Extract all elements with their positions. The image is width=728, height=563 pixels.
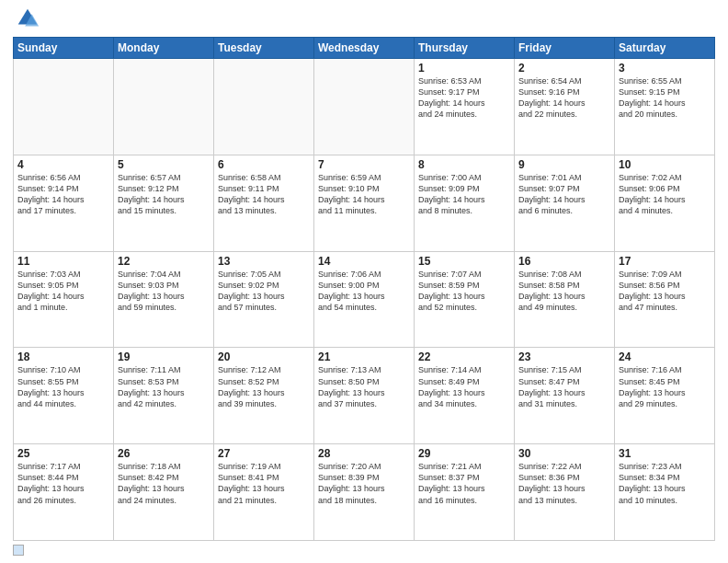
day-info: Sunrise: 7:21 AM Sunset: 8:37 PM Dayligh… <box>418 461 510 506</box>
day-info: Sunrise: 7:22 AM Sunset: 8:36 PM Dayligh… <box>518 461 610 506</box>
day-number: 3 <box>619 62 711 75</box>
day-number: 30 <box>518 447 610 460</box>
day-info: Sunrise: 7:00 AM Sunset: 9:09 PM Dayligh… <box>418 172 510 217</box>
day-number: 20 <box>218 350 310 363</box>
day-info: Sunrise: 6:56 AM Sunset: 9:14 PM Dayligh… <box>17 172 109 217</box>
day-number: 13 <box>218 255 310 268</box>
day-info: Sunrise: 6:59 AM Sunset: 9:10 PM Dayligh… <box>318 172 410 217</box>
header-row: SundayMondayTuesdayWednesdayThursdayFrid… <box>14 38 715 59</box>
day-info: Sunrise: 7:09 AM Sunset: 8:56 PM Dayligh… <box>619 269 711 314</box>
calendar-cell: 15Sunrise: 7:07 AM Sunset: 8:59 PM Dayli… <box>415 251 515 348</box>
day-info: Sunrise: 7:06 AM Sunset: 9:00 PM Dayligh… <box>318 269 410 314</box>
day-info: Sunrise: 7:23 AM Sunset: 8:34 PM Dayligh… <box>619 461 711 506</box>
day-number: 19 <box>118 350 210 363</box>
day-info: Sunrise: 7:18 AM Sunset: 8:42 PM Dayligh… <box>118 461 210 506</box>
day-info: Sunrise: 7:10 AM Sunset: 8:55 PM Dayligh… <box>17 364 109 409</box>
day-info: Sunrise: 6:57 AM Sunset: 9:12 PM Dayligh… <box>118 172 210 217</box>
day-info: Sunrise: 7:12 AM Sunset: 8:52 PM Dayligh… <box>218 364 310 409</box>
calendar-week-2: 4Sunrise: 6:56 AM Sunset: 9:14 PM Daylig… <box>14 155 715 251</box>
day-number: 7 <box>318 158 410 171</box>
day-header-saturday: Saturday <box>615 38 715 59</box>
calendar-cell: 20Sunrise: 7:12 AM Sunset: 8:52 PM Dayli… <box>214 348 314 444</box>
day-number: 24 <box>619 350 711 363</box>
day-number: 17 <box>619 255 711 268</box>
calendar-cell: 2Sunrise: 6:54 AM Sunset: 9:16 PM Daylig… <box>515 59 615 155</box>
day-number: 25 <box>17 447 109 460</box>
calendar-cell: 10Sunrise: 7:02 AM Sunset: 9:06 PM Dayli… <box>615 155 715 251</box>
calendar-cell: 13Sunrise: 7:05 AM Sunset: 9:02 PM Dayli… <box>214 251 314 348</box>
calendar-cell: 5Sunrise: 6:57 AM Sunset: 9:12 PM Daylig… <box>114 155 214 251</box>
day-number: 21 <box>318 350 410 363</box>
calendar-cell: 24Sunrise: 7:16 AM Sunset: 8:45 PM Dayli… <box>615 348 715 444</box>
calendar-cell: 31Sunrise: 7:23 AM Sunset: 8:34 PM Dayli… <box>615 444 715 541</box>
calendar-cell: 16Sunrise: 7:08 AM Sunset: 8:58 PM Dayli… <box>515 251 615 348</box>
day-number: 10 <box>619 158 711 171</box>
day-number: 29 <box>418 447 510 460</box>
day-info: Sunrise: 7:07 AM Sunset: 8:59 PM Dayligh… <box>418 269 510 314</box>
logo <box>13 9 40 31</box>
calendar-cell: 21Sunrise: 7:13 AM Sunset: 8:50 PM Dayli… <box>314 348 415 444</box>
day-number: 18 <box>17 350 109 363</box>
calendar-table: SundayMondayTuesdayWednesdayThursdayFrid… <box>13 37 715 541</box>
day-header-wednesday: Wednesday <box>314 38 415 59</box>
calendar-cell: 4Sunrise: 6:56 AM Sunset: 9:14 PM Daylig… <box>14 155 114 251</box>
header <box>13 9 715 31</box>
day-info: Sunrise: 6:54 AM Sunset: 9:16 PM Dayligh… <box>518 75 610 121</box>
day-info: Sunrise: 7:19 AM Sunset: 8:41 PM Dayligh… <box>218 461 310 506</box>
day-info: Sunrise: 7:20 AM Sunset: 8:39 PM Dayligh… <box>318 461 410 506</box>
calendar-cell: 26Sunrise: 7:18 AM Sunset: 8:42 PM Dayli… <box>114 444 214 541</box>
day-info: Sunrise: 7:03 AM Sunset: 9:05 PM Dayligh… <box>17 269 109 314</box>
calendar-cell: 27Sunrise: 7:19 AM Sunset: 8:41 PM Dayli… <box>214 444 314 541</box>
calendar-cell: 30Sunrise: 7:22 AM Sunset: 8:36 PM Dayli… <box>515 444 615 541</box>
calendar-cell <box>114 59 214 155</box>
day-number: 16 <box>518 255 610 268</box>
day-number: 1 <box>418 62 510 75</box>
day-number: 4 <box>17 158 109 171</box>
day-number: 22 <box>418 350 510 363</box>
calendar-week-1: 1Sunrise: 6:53 AM Sunset: 9:17 PM Daylig… <box>14 59 715 155</box>
calendar-cell: 22Sunrise: 7:14 AM Sunset: 8:49 PM Dayli… <box>415 348 515 444</box>
day-number: 9 <box>518 158 610 171</box>
day-number: 14 <box>318 255 410 268</box>
day-number: 11 <box>17 255 109 268</box>
day-info: Sunrise: 6:53 AM Sunset: 9:17 PM Dayligh… <box>418 75 510 121</box>
calendar-cell: 17Sunrise: 7:09 AM Sunset: 8:56 PM Dayli… <box>615 251 715 348</box>
day-info: Sunrise: 7:05 AM Sunset: 9:02 PM Dayligh… <box>218 269 310 314</box>
day-header-friday: Friday <box>515 38 615 59</box>
day-info: Sunrise: 7:08 AM Sunset: 8:58 PM Dayligh… <box>518 269 610 314</box>
calendar-cell: 3Sunrise: 6:55 AM Sunset: 9:15 PM Daylig… <box>615 59 715 155</box>
day-number: 8 <box>418 158 510 171</box>
day-header-tuesday: Tuesday <box>214 38 314 59</box>
day-number: 2 <box>518 62 610 75</box>
day-info: Sunrise: 7:17 AM Sunset: 8:44 PM Dayligh… <box>17 461 109 506</box>
calendar-cell: 6Sunrise: 6:58 AM Sunset: 9:11 PM Daylig… <box>214 155 314 251</box>
day-info: Sunrise: 7:16 AM Sunset: 8:45 PM Dayligh… <box>619 364 711 409</box>
calendar-cell: 28Sunrise: 7:20 AM Sunset: 8:39 PM Dayli… <box>314 444 415 541</box>
calendar-cell: 1Sunrise: 6:53 AM Sunset: 9:17 PM Daylig… <box>415 59 515 155</box>
day-header-monday: Monday <box>114 38 214 59</box>
day-info: Sunrise: 6:58 AM Sunset: 9:11 PM Dayligh… <box>218 172 310 217</box>
day-info: Sunrise: 7:01 AM Sunset: 9:07 PM Dayligh… <box>518 172 610 217</box>
calendar-cell: 14Sunrise: 7:06 AM Sunset: 9:00 PM Dayli… <box>314 251 415 348</box>
footer <box>13 545 715 556</box>
calendar-week-4: 18Sunrise: 7:10 AM Sunset: 8:55 PM Dayli… <box>14 348 715 444</box>
day-number: 6 <box>218 158 310 171</box>
day-number: 27 <box>218 447 310 460</box>
day-number: 12 <box>118 255 210 268</box>
day-number: 23 <box>518 350 610 363</box>
calendar-cell: 12Sunrise: 7:04 AM Sunset: 9:03 PM Dayli… <box>114 251 214 348</box>
calendar-cell: 23Sunrise: 7:15 AM Sunset: 8:47 PM Dayli… <box>515 348 615 444</box>
page: SundayMondayTuesdayWednesdayThursdayFrid… <box>0 0 728 563</box>
day-number: 5 <box>118 158 210 171</box>
calendar-cell: 7Sunrise: 6:59 AM Sunset: 9:10 PM Daylig… <box>314 155 415 251</box>
calendar-cell: 9Sunrise: 7:01 AM Sunset: 9:07 PM Daylig… <box>515 155 615 251</box>
day-info: Sunrise: 7:13 AM Sunset: 8:50 PM Dayligh… <box>318 364 410 409</box>
calendar-cell: 18Sunrise: 7:10 AM Sunset: 8:55 PM Dayli… <box>14 348 114 444</box>
calendar-cell <box>214 59 314 155</box>
day-number: 26 <box>118 447 210 460</box>
logo-icon <box>15 6 40 31</box>
day-info: Sunrise: 7:15 AM Sunset: 8:47 PM Dayligh… <box>518 364 610 409</box>
calendar-cell: 19Sunrise: 7:11 AM Sunset: 8:53 PM Dayli… <box>114 348 214 444</box>
day-info: Sunrise: 7:02 AM Sunset: 9:06 PM Dayligh… <box>619 172 711 217</box>
day-info: Sunrise: 7:14 AM Sunset: 8:49 PM Dayligh… <box>418 364 510 409</box>
